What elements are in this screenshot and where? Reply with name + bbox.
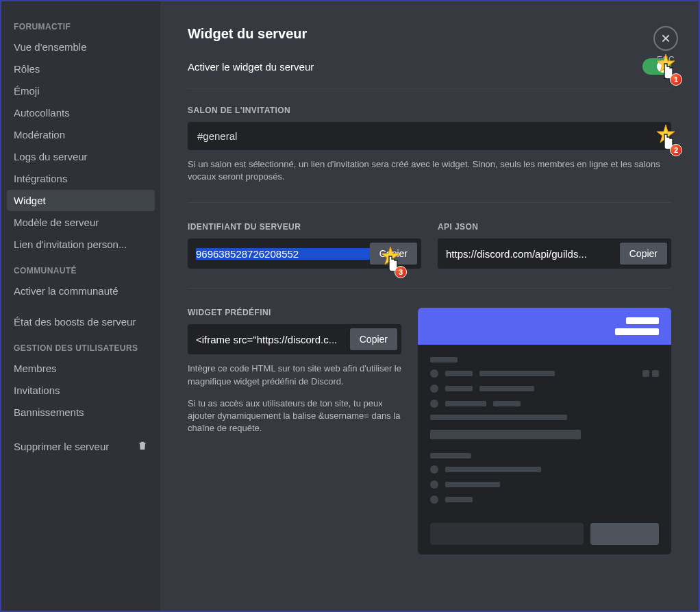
api-json-field[interactable]: https://discord.com/api/guilds... Copier <box>438 238 671 269</box>
copy-server-id-button[interactable]: Copier <box>370 243 417 265</box>
api-json-heading: API JSON <box>438 222 671 232</box>
widget-preview-footer <box>418 523 671 554</box>
sidebar-item-emoji[interactable]: Émoji <box>7 80 155 101</box>
page-title: Widget du serveur <box>188 26 671 42</box>
sidebar-item-overview[interactable]: Vue d'ensemble <box>7 36 155 58</box>
invite-channel-heading: SALON DE L'INVITATION <box>188 106 671 115</box>
sidebar-heading-forumactif: FORUMACTIF <box>7 18 155 36</box>
sidebar-heading-user-mgmt: GESTION DES UTILISATEURS <box>7 339 155 357</box>
enable-widget-label: Activer le widget du serveur <box>188 61 314 73</box>
enable-widget-row: Activer le widget du serveur 1 <box>188 58 671 89</box>
widget-preview <box>418 308 671 554</box>
sidebar-item-audit-log[interactable]: Logs du serveur <box>7 146 155 167</box>
sidebar-item-delete-server[interactable]: Supprimer le serveur <box>7 435 155 458</box>
sidebar-item-enable-community[interactable]: Activer la communauté <box>7 280 155 302</box>
close-button[interactable] <box>653 26 678 51</box>
premade-widget-value: <iframe src="https://discord.c... <box>196 334 350 345</box>
server-id-heading: IDENTIFIANT DU SERVEUR <box>188 222 421 232</box>
sidebar-item-boost-status[interactable]: État des boosts de serveur <box>7 311 155 332</box>
sidebar-item-invites[interactable]: Invitations <box>7 380 155 401</box>
sidebar-item-moderation[interactable]: Modération <box>7 124 155 145</box>
sidebar-item-members[interactable]: Membres <box>7 358 155 379</box>
close-icon <box>660 33 671 44</box>
premade-widget-field[interactable]: <iframe src="https://discord.c... Copier <box>188 324 401 354</box>
widget-preview-header <box>418 308 671 345</box>
invite-channel-select[interactable]: #general <box>188 122 671 150</box>
toggle-knob <box>657 60 669 73</box>
sidebar-heading-community: COMMUNAUTÉ <box>7 262 155 280</box>
enable-widget-toggle[interactable] <box>642 58 671 75</box>
server-id-value: 969638528726208552 <box>196 248 370 260</box>
sidebar-item-bans[interactable]: Bannissements <box>7 402 155 423</box>
widget-preview-body <box>418 345 671 523</box>
settings-sidebar: FORUMACTIF Vue d'ensemble Rôles Émoji Au… <box>1 1 160 611</box>
sidebar-item-roles[interactable]: Rôles <box>7 58 155 79</box>
main-content: ESC Widget du serveur Activer le widget … <box>160 1 699 611</box>
sidebar-item-custom-invite[interactable]: Lien d'invitation person... <box>7 234 155 255</box>
server-id-field[interactable]: 969638528726208552 Copier <box>188 238 421 269</box>
trash-icon <box>137 440 148 453</box>
invite-channel-value: #general <box>197 130 237 142</box>
premade-widget-heading: WIDGET PRÉDÉFINI <box>188 308 401 317</box>
invite-channel-help: Si un salon est sélectionné, un lien d'i… <box>188 158 671 183</box>
premade-help-1: Intègre ce code HTML sur ton site web af… <box>188 363 401 387</box>
sidebar-item-stickers[interactable]: Autocollants <box>7 102 155 123</box>
sidebar-item-template[interactable]: Modèle de serveur <box>7 212 155 233</box>
copy-premade-widget-button[interactable]: Copier <box>350 328 397 350</box>
premade-help-2: Si tu as accès aux utilisateurs de ton s… <box>188 397 401 435</box>
api-json-value: https://discord.com/api/guilds... <box>446 248 620 260</box>
copy-api-json-button[interactable]: Copier <box>620 243 667 265</box>
sidebar-item-integrations[interactable]: Intégrations <box>7 168 155 189</box>
delete-server-label: Supprimer le serveur <box>14 441 109 452</box>
sidebar-item-widget[interactable]: Widget <box>7 190 155 211</box>
